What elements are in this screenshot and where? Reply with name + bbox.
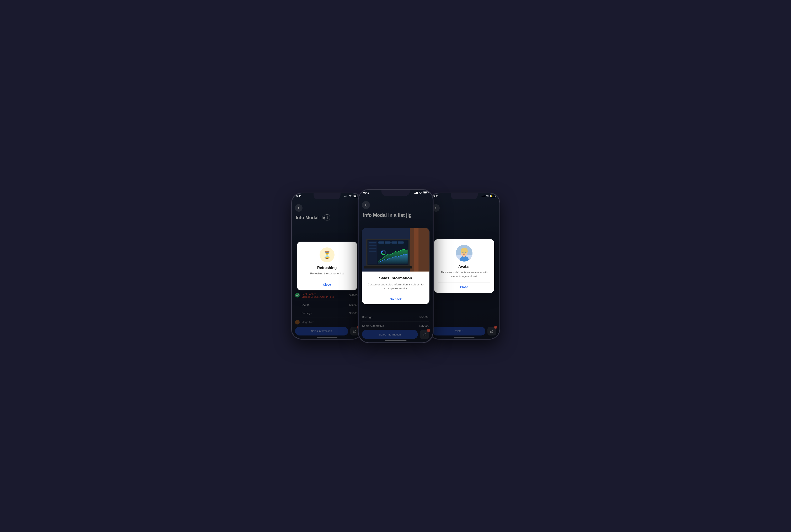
svg-rect-9 bbox=[369, 248, 376, 249]
modal-title: Refreshing bbox=[317, 266, 337, 270]
phone-2: 9:41 bbox=[358, 190, 433, 342]
svg-rect-7 bbox=[369, 242, 376, 243]
modal-body: Sales information Customer and sales inf… bbox=[362, 271, 430, 304]
modal-title: Sales information bbox=[366, 276, 425, 281]
modal-action-button[interactable]: Go back bbox=[366, 297, 425, 301]
battery-icon bbox=[353, 195, 358, 197]
svg-rect-1 bbox=[410, 228, 430, 271]
status-icons bbox=[414, 191, 428, 194]
wifi-icon bbox=[349, 195, 352, 197]
modal-divider bbox=[438, 282, 490, 283]
phone-3-screen: 9:41 bbox=[429, 193, 500, 339]
svg-rect-6 bbox=[368, 241, 377, 264]
modal-card: Sales information Customer and sales inf… bbox=[362, 228, 430, 304]
status-icons bbox=[344, 195, 358, 197]
home-indicator bbox=[317, 337, 337, 338]
svg-point-27 bbox=[462, 252, 463, 253]
modal-card: ⏳ Refreshing Refreshing the customer lis… bbox=[297, 242, 357, 290]
modal-overlay: Avatar This info-modal contains an avata… bbox=[429, 193, 500, 339]
svg-rect-14 bbox=[392, 241, 397, 244]
avatar-image bbox=[456, 245, 472, 262]
status-time: 9:41 bbox=[433, 195, 439, 198]
svg-rect-15 bbox=[398, 241, 403, 244]
status-time: 9:41 bbox=[296, 195, 302, 198]
svg-rect-13 bbox=[385, 241, 390, 244]
modal-subtitle: Refreshing the customer list bbox=[310, 272, 344, 276]
hourglass-icon: ⏳ bbox=[323, 251, 331, 259]
home-indicator bbox=[384, 340, 407, 341]
modal-card: Avatar This info-modal contains an avata… bbox=[434, 239, 494, 293]
battery-icon bbox=[490, 195, 495, 197]
svg-rect-8 bbox=[369, 245, 376, 246]
signal-icon bbox=[482, 195, 485, 197]
notch bbox=[314, 193, 341, 199]
wifi-icon bbox=[419, 192, 422, 194]
modal-divider bbox=[366, 294, 425, 294]
home-indicator bbox=[454, 337, 474, 338]
signal-icon bbox=[414, 192, 418, 194]
modal-close-button[interactable]: Close bbox=[460, 285, 468, 289]
svg-rect-12 bbox=[378, 241, 384, 244]
svg-rect-10 bbox=[369, 250, 376, 252]
signal-icon bbox=[344, 195, 348, 197]
wifi-icon bbox=[486, 195, 489, 197]
battery-icon bbox=[423, 191, 428, 194]
notch bbox=[451, 193, 478, 199]
modal-subtitle: This info-modal contains an avatar with … bbox=[438, 270, 490, 278]
phone-1-screen: 9:41 bbox=[292, 193, 362, 339]
modal-icon-bg: ⏳ bbox=[320, 247, 335, 262]
modal-overlay: ⏳ Refreshing Refreshing the customer lis… bbox=[292, 193, 362, 339]
phone-3: 9:41 bbox=[429, 193, 500, 339]
svg-rect-4 bbox=[364, 266, 412, 268]
modal-subtitle: Customer and sales information is subjec… bbox=[366, 283, 425, 290]
modal-close-button[interactable]: Close bbox=[323, 283, 331, 286]
status-icons bbox=[482, 195, 495, 197]
modal-overlay: Sales information Customer and sales inf… bbox=[358, 190, 433, 342]
svg-point-28 bbox=[465, 252, 466, 253]
modal-title: Avatar bbox=[458, 264, 470, 269]
svg-rect-2 bbox=[414, 228, 418, 271]
notch bbox=[381, 190, 410, 196]
svg-point-26 bbox=[460, 249, 468, 254]
status-time: 9:41 bbox=[363, 191, 369, 194]
phone-2-screen: 9:41 bbox=[358, 190, 433, 342]
modal-image bbox=[362, 228, 430, 271]
phones-container: 9:41 bbox=[292, 193, 500, 339]
phone-1: 9:41 bbox=[292, 193, 362, 339]
